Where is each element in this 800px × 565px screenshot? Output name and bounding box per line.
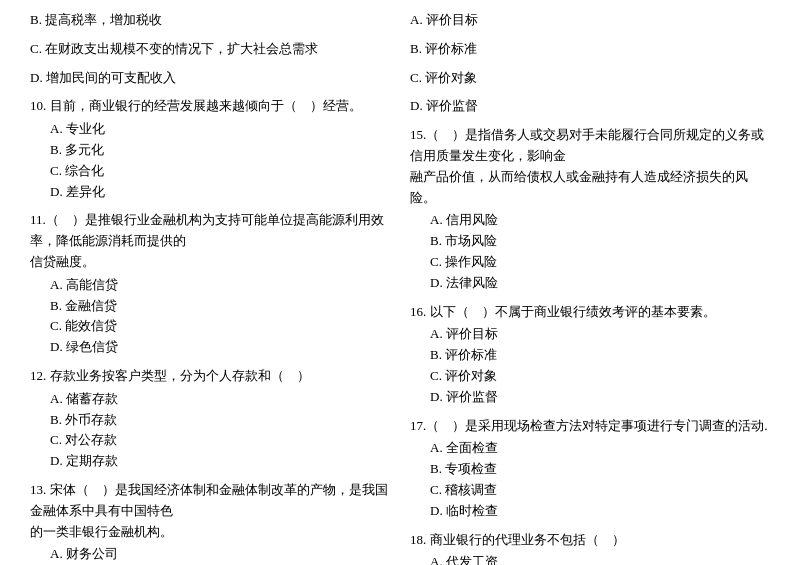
q17-option-c: C. 稽核调查 [410, 480, 770, 501]
q16-option-d: D. 评价监督 [410, 387, 770, 408]
question-16: 16. 以下（ ）不属于商业银行绩效考评的基本要素。 A. 评价目标 B. 评价… [410, 302, 770, 408]
q16-option-a: A. 评价目标 [410, 324, 770, 345]
option-b-eval-std-text: B. 评价标准 [410, 39, 770, 60]
question-11: 11.（ ）是推银行业金融机构为支持可能单位提高能源利用效率，降低能源消耗而提供… [30, 210, 390, 358]
q12-option-b: B. 外币存款 [30, 410, 390, 431]
q10-option-d: D. 差异化 [30, 182, 390, 203]
q13-title: 13. 宋体（ ）是我国经济体制和金融体制改革的产物，是我国金融体系中具有中国特… [30, 480, 390, 542]
option-c-finance-text: C. 在财政支出规模不变的情况下，扩大社会总需求 [30, 39, 390, 60]
question-15: 15.（ ）是指借务人或交易对手未能履行合同所规定的义务或信用质量发生变化，影响… [410, 125, 770, 293]
q18-title: 18. 商业银行的代理业务不包括（ ） [410, 530, 770, 551]
question-18: 18. 商业银行的代理业务不包括（ ） A. 代发工资 B. 代理财政性存款 C… [410, 530, 770, 565]
q11-option-c: C. 能效信贷 [30, 316, 390, 337]
q10-title: 10. 目前，商业银行的经营发展越来越倾向于（ ）经营。 [30, 96, 390, 117]
q11-option-a: A. 高能信贷 [30, 275, 390, 296]
q10-option-c: C. 综合化 [30, 161, 390, 182]
option-a-eval-target: A. 评价目标 [410, 10, 770, 31]
q13-option-a: A. 财务公司 [30, 544, 390, 565]
right-column: A. 评价目标 B. 评价标准 C. 评价对象 D. 评价监督 15.（ ）是指… [410, 10, 770, 565]
q18-option-a: A. 代发工资 [410, 552, 770, 565]
two-column-layout: B. 提高税率，增加税收 C. 在财政支出规模不变的情况下，扩大社会总需求 D.… [30, 10, 770, 565]
option-d-income: D. 增加民间的可支配收入 [30, 68, 390, 89]
option-d-eval-sup-text: D. 评价监督 [410, 96, 770, 117]
q15-option-b: B. 市场风险 [410, 231, 770, 252]
option-c-eval-obj: C. 评价对象 [410, 68, 770, 89]
option-c-finance: C. 在财政支出规模不变的情况下，扩大社会总需求 [30, 39, 390, 60]
option-b-tax-text: B. 提高税率，增加税收 [30, 10, 390, 31]
q12-option-c: C. 对公存款 [30, 430, 390, 451]
q15-option-c: C. 操作风险 [410, 252, 770, 273]
q11-option-d: D. 绿色信贷 [30, 337, 390, 358]
q16-title: 16. 以下（ ）不属于商业银行绩效考评的基本要素。 [410, 302, 770, 323]
question-17: 17.（ ）是采用现场检查方法对特定事项进行专门调查的活动. A. 全面检查 B… [410, 416, 770, 522]
q17-title: 17.（ ）是采用现场检查方法对特定事项进行专门调查的活动. [410, 416, 770, 437]
q17-option-b: B. 专项检查 [410, 459, 770, 480]
option-b-eval-std: B. 评价标准 [410, 39, 770, 60]
q12-option-d: D. 定期存款 [30, 451, 390, 472]
q12-title: 12. 存款业务按客户类型，分为个人存款和（ ） [30, 366, 390, 387]
q11-title: 11.（ ）是推银行业金融机构为支持可能单位提高能源利用效率，降低能源消耗而提供… [30, 210, 390, 272]
option-b-tax: B. 提高税率，增加税收 [30, 10, 390, 31]
option-c-eval-obj-text: C. 评价对象 [410, 68, 770, 89]
q12-option-a: A. 储蓄存款 [30, 389, 390, 410]
question-12: 12. 存款业务按客户类型，分为个人存款和（ ） A. 储蓄存款 B. 外币存款… [30, 366, 390, 472]
q10-option-b: B. 多元化 [30, 140, 390, 161]
q15-option-a: A. 信用风险 [410, 210, 770, 231]
q11-option-b: B. 金融信贷 [30, 296, 390, 317]
option-a-eval-target-text: A. 评价目标 [410, 10, 770, 31]
q17-option-a: A. 全面检查 [410, 438, 770, 459]
question-10: 10. 目前，商业银行的经营发展越来越倾向于（ ）经营。 A. 专业化 B. 多… [30, 96, 390, 202]
question-13: 13. 宋体（ ）是我国经济体制和金融体制改革的产物，是我国金融体系中具有中国特… [30, 480, 390, 565]
page-container: B. 提高税率，增加税收 C. 在财政支出规模不变的情况下，扩大社会总需求 D.… [30, 10, 770, 565]
q15-title: 15.（ ）是指借务人或交易对手未能履行合同所规定的义务或信用质量发生变化，影响… [410, 125, 770, 208]
q15-option-d: D. 法律风险 [410, 273, 770, 294]
left-column: B. 提高税率，增加税收 C. 在财政支出规模不变的情况下，扩大社会总需求 D.… [30, 10, 390, 565]
option-d-eval-sup: D. 评价监督 [410, 96, 770, 117]
q16-option-c: C. 评价对象 [410, 366, 770, 387]
q16-option-b: B. 评价标准 [410, 345, 770, 366]
q17-option-d: D. 临时检查 [410, 501, 770, 522]
option-d-income-text: D. 增加民间的可支配收入 [30, 68, 390, 89]
q10-option-a: A. 专业化 [30, 119, 390, 140]
